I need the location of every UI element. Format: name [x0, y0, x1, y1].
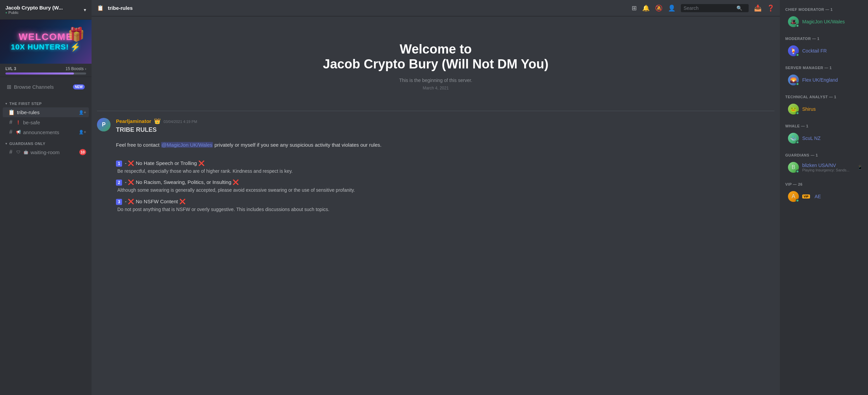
channels-list: ▾ THE FIRST STEP 📋 tribe-rules 👤+ # ❗ be… — [0, 97, 92, 395]
topbar-search-icon: 🔍 — [736, 5, 742, 11]
message-crown-badge: 👑 — [154, 118, 161, 124]
channel-add-member-icon: 👤+ — [79, 110, 86, 115]
channel-item-waiting-room[interactable]: # 🛡 🤖 waiting-room 10 — [3, 147, 89, 157]
member-status-shirus — [796, 111, 799, 115]
member-section-header-guardians: GUARDIANS — 1 — [780, 151, 868, 159]
channel-section-header-guardians[interactable]: ▾ GUARDIANS ONLY — [0, 140, 92, 147]
topbar-notification-icon[interactable]: 🔔 — [642, 4, 650, 12]
boost-progress-fill — [5, 72, 74, 75]
channel-unread-badge: 10 — [79, 149, 86, 155]
channel-item-announcements[interactable]: # 📢 announcements 👤+ — [3, 127, 89, 137]
topbar-inbox-icon[interactable]: 📥 — [754, 4, 762, 12]
rule-title-3: ❌ No NSFW Content ❌ — [128, 199, 186, 204]
right-sidebar: CHIEF MODERATOR — 1 🎩 MagicJon UK/Wales … — [780, 0, 868, 395]
topbar-hashtag-icon[interactable]: ⊞ — [632, 4, 637, 12]
topbar-members-icon[interactable]: 👤 — [668, 4, 675, 12]
banner-decoration: 🎁 — [68, 26, 85, 42]
member-status-cocktail — [796, 53, 799, 57]
rule-title-2: ❌ No Racism, Swearing, Politics, or Insu… — [128, 179, 239, 185]
browse-channels-button[interactable]: ⊞ Browse Channels NEW — [3, 81, 89, 93]
server-banner: WELCOME 10X HUNTERS! ⚡ 🎁 — [0, 20, 92, 64]
member-item-magicjon[interactable]: 🎩 MagicJon UK/Wales — [783, 14, 865, 29]
boost-level: LVL 3 — [5, 66, 16, 71]
channel-section-header-first-step[interactable]: ▾ THE FIRST STEP — [0, 100, 92, 107]
channel-shield-icon: 🛡 — [16, 150, 21, 154]
member-item-cocktail[interactable]: 🍹 Cocktail FR — [783, 43, 865, 58]
boost-arrow-icon: › — [85, 67, 86, 71]
topbar-help-icon[interactable]: ❓ — [767, 4, 774, 12]
channel-item-be-safe[interactable]: # ❗ be-safe — [3, 118, 89, 127]
message-header: Pearljaminator 👑 03/04/2021 4:19 PM — [116, 118, 774, 124]
member-name-shirus: Shirus — [802, 106, 816, 112]
member-avatar-flex: 🌄 — [788, 75, 799, 85]
rule-desc-3: Do not post anything that is NSFW or ove… — [117, 206, 774, 213]
member-section-header-whale: WHALE — 1 — [780, 122, 868, 129]
member-section-vip: VIP — 26 A VIP AE — [780, 180, 868, 204]
top-bar: 📋 tribe-rules ⊞ 🔔 🔕 👤 🔍 📥 ❓ — [92, 0, 780, 16]
member-name-magicjon: MagicJon UK/Wales — [802, 19, 845, 24]
rule-desc-1: Be respectful, especially those who are … — [117, 168, 774, 175]
banner-welcome-text: WELCOME — [19, 32, 73, 42]
welcome-section: Welcome to Jacob Crypto Bury (Will Not D… — [97, 22, 774, 104]
channel-name-be-safe: be-safe — [23, 120, 86, 125]
rule-header-3: 3 - ❌ No NSFW Content ❌ — [116, 198, 774, 205]
rule-desc-2: Although some swearing is generally acce… — [117, 187, 774, 194]
message-intro-cont: privately or myself if you see any suspi… — [214, 142, 381, 148]
member-avatar-scul: 🐳 — [788, 133, 799, 144]
boost-bar: LVL 3 15 Boosts › — [0, 64, 92, 77]
server-name: Jacob Crypto Bury (W... — [5, 5, 63, 11]
welcome-title-line2: Jacob Crypto Bury (Will Not DM You) — [104, 57, 768, 72]
member-item-scul[interactable]: 🐳 ScuL NZ — [783, 131, 865, 146]
topbar-bell-off-icon[interactable]: 🔕 — [655, 4, 663, 12]
welcome-title-line1: Welcome to — [104, 42, 768, 57]
channel-add-member-icon-2: 👤+ — [79, 130, 86, 134]
message-author-name: Pearljaminator — [116, 118, 151, 124]
member-item-ae[interactable]: A VIP AE — [783, 189, 865, 204]
member-section-guardians: GUARDIANS — 1 B blizken USA/NV Playing I… — [780, 151, 868, 175]
channel-item-tribe-rules[interactable]: 📋 tribe-rules 👤+ — [3, 107, 89, 117]
member-name-blizken: blizken USA/NV — [802, 163, 854, 168]
sidebar: Jacob Crypto Bury (W... Public ▾ WELCOME… — [0, 0, 92, 395]
message-intro: Feel free to contact — [116, 142, 159, 148]
rule-title-1: ❌ No Hate Speech or Trolling ❌ — [128, 160, 204, 166]
member-mobile-icon: 📱 — [857, 165, 863, 170]
member-avatar-blizken: B — [788, 162, 799, 173]
boost-count: 15 Boosts › — [65, 66, 86, 71]
member-name-flex: Flex UK/England — [802, 77, 838, 83]
rule-num-badge-1: 1 — [116, 161, 122, 167]
new-badge: NEW — [73, 84, 85, 89]
topbar-search-input[interactable] — [684, 5, 734, 11]
member-item-shirus[interactable]: 🐸 Shirus — [783, 102, 865, 117]
channel-section-guardians: ▾ GUARDIANS ONLY # 🛡 🤖 waiting-room 10 — [0, 140, 92, 157]
rule-num-badge-3: 3 — [116, 199, 122, 205]
message-timestamp: 03/04/2021 4:19 PM — [163, 120, 197, 124]
rule-header-1: 1 - ❌ No Hate Speech or Trolling ❌ — [116, 160, 774, 167]
member-status-magicjon — [796, 24, 799, 27]
message-mention: @MagicJon UK/Wales — [161, 142, 213, 148]
channel-prefix-icon: # — [8, 129, 14, 135]
channel-prefix-icon: # — [8, 119, 14, 125]
channel-robot-icon: 🤖 — [23, 150, 28, 154]
channel-warn-icon: ❗ — [16, 120, 21, 125]
section-arrow-icon: ▾ — [5, 102, 7, 105]
member-section-header-chief-mod: CHIEF MODERATOR — 1 — [780, 5, 868, 13]
server-header[interactable]: Jacob Crypto Bury (W... Public ▾ — [0, 0, 92, 20]
member-item-blizken[interactable]: B blizken USA/NV Playing Insurgency: San… — [783, 160, 865, 175]
main-content: 📋 tribe-rules ⊞ 🔔 🔕 👤 🔍 📥 ❓ Welcome to J… — [92, 0, 780, 395]
topbar-icons: ⊞ 🔔 🔕 👤 🔍 📥 ❓ — [632, 4, 774, 12]
member-name-scul: ScuL NZ — [802, 136, 821, 141]
member-status-blizken — [796, 170, 799, 173]
channel-name-announcements: announcements — [23, 129, 77, 135]
browse-channels-icon: ⊞ — [7, 84, 11, 90]
channel-prefix-icon: # — [8, 149, 14, 155]
member-section-chief-mod: CHIEF MODERATOR — 1 🎩 MagicJon UK/Wales — [780, 5, 868, 29]
member-item-flex[interactable]: 🌄 Flex UK/England — [783, 72, 865, 87]
rule-num-badge-2: 2 — [116, 180, 122, 186]
member-status-scul — [796, 141, 799, 144]
member-section-header-vip: VIP — 26 — [780, 180, 868, 188]
member-avatar-shirus: 🐸 — [788, 104, 799, 115]
topbar-channel-prefix-icon: 📋 — [97, 5, 104, 11]
chat-area: Welcome to Jacob Crypto Bury (Will Not D… — [92, 16, 780, 395]
member-section-tech-analyst: TECHNICAL ANALYST — 1 🐸 Shirus — [780, 93, 868, 117]
channel-name-waiting-room: waiting-room — [31, 149, 77, 155]
